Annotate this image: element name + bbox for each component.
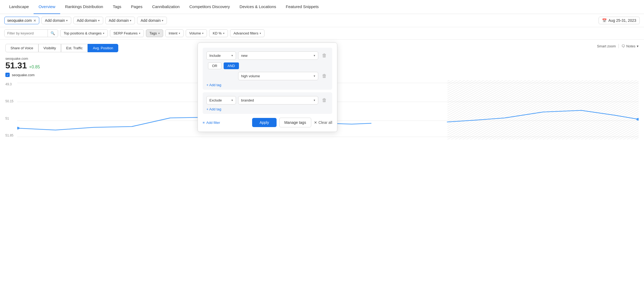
chevron-down-icon: ▾ [314,99,315,102]
logic-and-button[interactable]: AND [224,62,239,69]
notes-button[interactable]: 🗨 Notes ▾ [621,44,639,48]
serp-features-label: SERP Features [113,31,138,35]
tag-select-1[interactable]: new ▾ [238,51,318,60]
nav-overview[interactable]: Overview [34,0,60,14]
tab-share-of-voice[interactable]: Share of Voice [5,44,38,52]
add-tag-2-label: + Add tag [206,107,221,111]
tab-est-traffic[interactable]: Est. Traffic [61,44,88,52]
close-icon: ✕ [314,120,317,125]
tags-dropdown[interactable]: Tags ▾ [146,29,163,37]
date-label: Aug 25-31, 2023 [608,18,636,23]
add-tag-1-label: + Add tag [206,83,221,87]
add-domain-1-button[interactable]: Add domain ▾ [41,17,71,24]
chevron-down-icon: ▾ [231,54,233,57]
add-tag-1-button[interactable]: + Add tag [206,83,221,87]
chevron-down-icon: ▾ [139,32,140,35]
apply-button[interactable]: Apply [252,118,277,127]
y-label-0: 49.3 [5,82,13,86]
add-filter-button[interactable]: ≡ Add filter [203,121,220,125]
notes-label: Notes [626,44,635,48]
filter-lines-icon: ≡ [203,121,205,125]
advanced-filters-dropdown[interactable]: Advanced filters ▾ [230,29,265,37]
chevron-down-icon: ▾ [103,32,104,35]
nav-landscape[interactable]: Landscape [4,0,34,14]
add-domain-4-label: Add domain [141,18,161,23]
add-domain-3-label: Add domain [109,18,129,23]
nav-devices-locations[interactable]: Devices & Locations [235,0,281,14]
volume-label: Volume [189,31,201,35]
nav-tags[interactable]: Tags [108,0,126,14]
tag-select-3[interactable]: branded ▾ [238,96,318,104]
domain-chip: seoquake.com ✕ [4,17,39,24]
delete-row-1-button[interactable]: 🗑 [320,52,328,59]
nav-competitors-discovery[interactable]: Competitors Discovery [184,0,235,14]
chevron-down-icon: ▾ [179,32,180,35]
nav-pages[interactable]: Pages [126,0,147,14]
chevron-down-icon: ▾ [202,32,203,35]
chevron-down-icon: ▾ [158,32,160,35]
include-filter-block: Include ▾ new ▾ 🗑 OR AND high volume ▾ [203,48,332,90]
add-domain-3-button[interactable]: Add domain ▾ [105,17,135,24]
chevron-down-icon: ▾ [130,19,131,22]
logic-row: OR AND [206,62,328,69]
tags-label: Tags [149,31,157,35]
delete-row-2-button[interactable]: 🗑 [320,73,328,79]
chevron-down-icon: ▾ [314,54,315,57]
keyword-filter-input[interactable] [5,30,48,37]
svg-rect-4 [448,80,639,139]
domain-label: seoquake.com [7,18,32,23]
chevron-down-icon: ▾ [637,44,639,48]
exclude-select[interactable]: Exclude ▾ [206,96,236,104]
tab-avg-position[interactable]: Avg. Position [88,44,118,52]
delete-row-3-button[interactable]: 🗑 [320,97,328,104]
y-label-2: 51 [5,117,13,120]
chevron-down-icon: ▾ [66,19,68,22]
logic-or-button[interactable]: OR [208,62,221,69]
clear-all-label: Clear all [319,120,332,125]
notes-icon: 🗨 [621,44,625,48]
include-select[interactable]: Include ▾ [206,51,236,60]
add-filter-label: Add filter [206,121,220,125]
legend-label: seoquake.com [12,73,35,77]
kd-dropdown[interactable]: KD % ▾ [209,29,228,37]
kd-label: KD % [213,31,221,35]
nav-cannibalization[interactable]: Cannibalization [147,0,185,14]
nav-rankings-distribution[interactable]: Rankings Distribution [60,0,108,14]
top-positions-label: Top positions & changes [64,31,102,35]
add-domain-1-label: Add domain [45,18,65,23]
tags-filter-popup: Include ▾ new ▾ 🗑 OR AND high volume ▾ [198,43,337,132]
chevron-down-icon: ▾ [260,32,261,35]
chevron-down-icon: ▾ [223,32,224,35]
serp-features-dropdown[interactable]: SERP Features ▾ [110,29,144,37]
add-domain-4-button[interactable]: Add domain ▾ [137,17,167,24]
volume-dropdown[interactable]: Volume ▾ [186,29,207,37]
divider [618,44,619,48]
legend-checkbox[interactable] [5,73,10,77]
add-domain-2-button[interactable]: Add domain ▾ [73,17,103,24]
chevron-down-icon: ▾ [231,99,233,102]
add-domain-2-label: Add domain [77,18,97,23]
manage-tags-button[interactable]: Manage tags [279,118,311,127]
date-picker-button[interactable]: 📅 Aug 25-31, 2023 [599,17,640,24]
tag-select-2[interactable]: high volume ▾ [238,72,318,80]
top-positions-dropdown[interactable]: Top positions & changes ▾ [60,29,108,37]
nav-featured-snippets[interactable]: Featured Snippets [281,0,324,14]
chart-delta: +0.85 [29,65,40,69]
chevron-down-icon: ▾ [162,19,163,22]
tag-value-3: branded [241,98,254,102]
y-label-3: 51.85 [5,134,13,137]
second-tag-row: high volume ▾ 🗑 [206,72,328,80]
tag-value-2: high volume [241,74,260,78]
include-filter-row: Include ▾ new ▾ 🗑 [206,51,328,60]
calendar-icon: 📅 [602,18,607,23]
tab-visibility[interactable]: Visibility [38,44,61,52]
clear-all-button[interactable]: ✕ Clear all [314,120,332,125]
filter-row: 🔍 Top positions & changes ▾ SERP Feature… [0,27,644,40]
remove-domain-button[interactable]: ✕ [33,19,36,23]
add-tag-2-button[interactable]: + Add tag [206,107,221,111]
keyword-search-button[interactable]: 🔍 [48,30,58,37]
intent-dropdown[interactable]: Intent ▾ [165,29,184,37]
y-label-1: 50.15 [5,99,13,103]
chart-main-value: 51.31 [5,61,27,71]
intent-label: Intent [169,31,178,35]
